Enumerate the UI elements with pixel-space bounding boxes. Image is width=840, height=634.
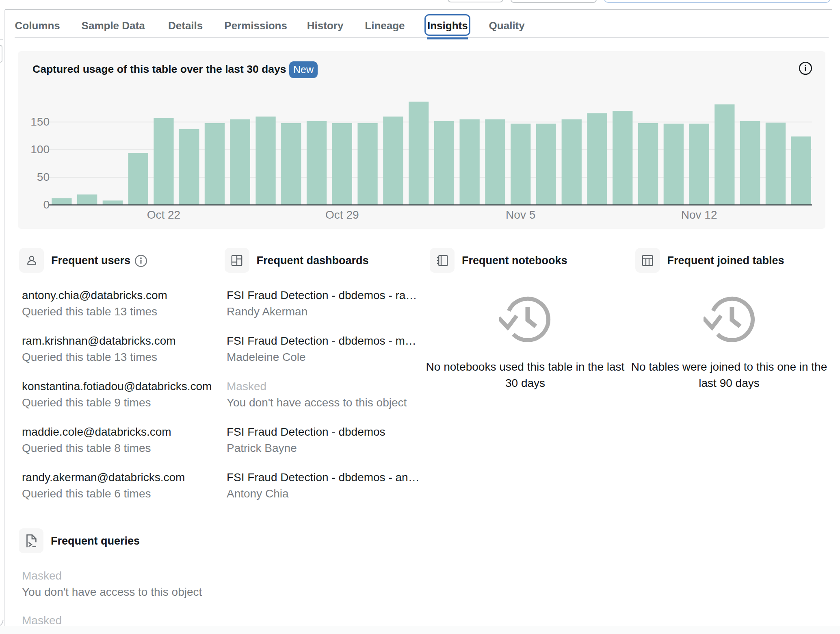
svg-text:Nov 5: Nov 5 xyxy=(506,208,535,221)
svg-text:50: 50 xyxy=(37,171,50,183)
svg-text:Nov 12: Nov 12 xyxy=(681,208,717,221)
svg-text:Oct 22: Oct 22 xyxy=(147,208,180,221)
svg-text:150: 150 xyxy=(30,115,50,128)
svg-text:0: 0 xyxy=(43,198,50,211)
svg-text:100: 100 xyxy=(30,143,50,156)
svg-text:Oct 29: Oct 29 xyxy=(325,208,359,221)
